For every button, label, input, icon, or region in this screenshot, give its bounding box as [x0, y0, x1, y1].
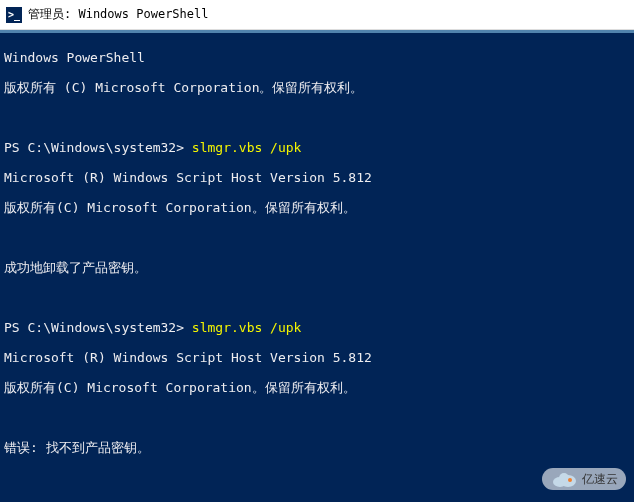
- ps-copyright: 版权所有 (C) Microsoft Corporation。保留所有权利。: [4, 80, 630, 95]
- result-line: 错误: 找不到产品密钥。: [4, 440, 630, 455]
- blank-line: [4, 470, 630, 485]
- svg-point-2: [559, 473, 569, 483]
- svg-point-3: [568, 478, 572, 482]
- script-host-line: Microsoft (R) Windows Script Host Versio…: [4, 350, 630, 365]
- window-title: 管理员: Windows PowerShell: [28, 6, 209, 23]
- blank-line: [4, 230, 630, 245]
- powershell-icon: >_: [6, 7, 22, 23]
- cloud-icon: [550, 470, 578, 488]
- watermark: 亿速云: [542, 468, 626, 490]
- script-host-line: Microsoft (R) Windows Script Host Versio…: [4, 170, 630, 185]
- window-titlebar[interactable]: >_ 管理员: Windows PowerShell: [0, 0, 634, 30]
- prompt-line: PS C:\Windows\system32> slmgr.vbs /upk: [4, 320, 630, 335]
- blank-line: [4, 110, 630, 125]
- watermark-text: 亿速云: [582, 471, 618, 488]
- prompt-line: PS C:\Windows\system32> slmgr.vbs /upk: [4, 140, 630, 155]
- ps-header: Windows PowerShell: [4, 50, 630, 65]
- blank-line: [4, 410, 630, 425]
- copyright-line: 版权所有(C) Microsoft Corporation。保留所有权利。: [4, 200, 630, 215]
- terminal-output[interactable]: Windows PowerShell 版权所有 (C) Microsoft Co…: [0, 33, 634, 502]
- copyright-line: 版权所有(C) Microsoft Corporation。保留所有权利。: [4, 380, 630, 395]
- blank-line: [4, 290, 630, 305]
- result-line: 成功地卸载了产品密钥。: [4, 260, 630, 275]
